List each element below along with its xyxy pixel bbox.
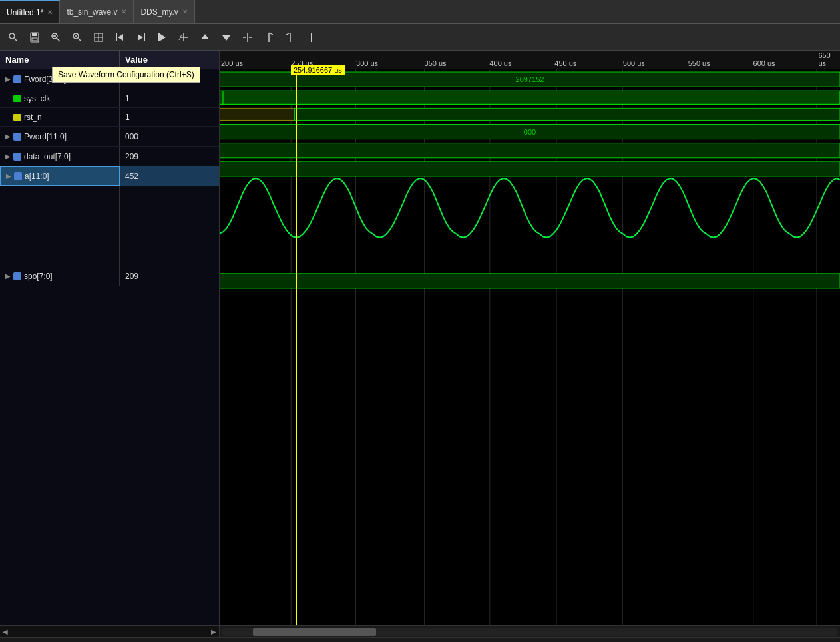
scroll-right-arrow[interactable]: ▶ [211,628,216,635]
icon-a [14,172,22,180]
signal-name-sysclk: sys_clk [0,89,120,107]
svg-marker-20 [160,34,166,41]
time-label-450: 450 us [554,59,576,67]
icon-spo [13,272,21,280]
signal-row-a[interactable]: ▶ a[11:0] 452 [0,166,219,186]
expand-a[interactable]: ▶ [6,172,11,180]
expand-spo[interactable]: ▶ [5,272,11,280]
next-button[interactable] [153,28,172,47]
signal-label-dataout: data_out[7:0] [24,152,71,161]
tab-tb-close[interactable]: ✕ [121,8,126,15]
svg-point-0 [9,33,15,39]
svg-line-1 [15,38,18,41]
time-label-650: 650 us [818,51,840,67]
signal-row-rstn[interactable]: rst_n 1 [0,108,219,127]
signal-name-spo: ▶ spo[7:0] [0,266,120,286]
svg-rect-4 [32,38,37,41]
tab-dds-label: DDS_my.v [140,7,178,17]
signal-label-a: a[11:0] [25,172,49,181]
scroll-left-panel: ◀ ▶ [0,626,220,637]
tab-tb-sin-wave[interactable]: tb_sin_wave.v ✕ [60,0,134,23]
tab-dds-my[interactable]: DDS_my.v ✕ [134,0,194,23]
cursor-button[interactable] [238,28,257,47]
add-wave-button[interactable] [174,28,193,47]
time-label-550: 550 us [688,59,710,67]
snap-button[interactable] [281,28,300,47]
svg-line-6 [57,38,61,41]
search-button[interactable] [4,28,23,47]
icon-rstn [13,114,21,121]
signal-value-pword: 000 [120,132,144,141]
svg-rect-57 [220,162,840,176]
prev-edge-button[interactable] [110,28,129,47]
expand-pword[interactable]: ▶ [5,133,11,140]
expand-dataout[interactable]: ▶ [5,153,11,160]
svg-rect-50 [294,108,840,120]
signal-row-sine-space [0,186,219,266]
scroll-left-arrow[interactable]: ◀ [3,628,8,635]
signal-value-spo: 209 [120,272,144,281]
save-button[interactable] [25,28,44,47]
signal-row-dataout[interactable]: ▶ data_out[7:0] 209 [0,147,219,166]
signal-label-pword: Pword[11:0] [24,132,67,141]
svg-marker-24 [201,34,209,39]
time-label-200: 200 us [221,59,243,67]
waveform-area[interactable]: 200 us 250 us 300 us 350 us 400 us 450 u… [220,51,840,625]
svg-marker-25 [222,35,230,41]
signal-name-a: ▶ a[11:0] [0,166,120,186]
signal-name-sine-space [0,186,120,266]
signal-row-pword[interactable]: ▶ Pword[11:0] 000 [0,127,219,147]
svg-line-30 [269,33,273,35]
signal-label-sysclk: sys_clk [24,94,50,103]
waveform-scrollbar[interactable] [222,628,837,636]
first-button[interactable] [132,28,150,47]
status-bar: CSDN @weixin_45614076 [0,637,840,642]
tab-untitled-label: Untitled 1* [7,8,43,17]
svg-text:000: 000 [524,128,536,136]
signal-row-sysclk[interactable]: sys_clk 1 [0,89,219,108]
signal-name-pword: ▶ Pword[11:0] [0,127,120,146]
svg-rect-55 [220,143,840,158]
expand-fword[interactable]: ▶ [5,75,11,83]
zoom-out-button[interactable] [68,28,87,47]
svg-rect-49 [220,108,294,120]
move-down-button[interactable] [217,28,236,47]
time-label-600: 600 us [753,59,775,67]
marker-button[interactable] [260,28,278,47]
waveform-canvas: 2097152 000 [220,69,840,625]
signal-value-a: 452 [120,172,144,181]
svg-line-32 [286,33,290,35]
tab-untitled[interactable]: Untitled 1* ✕ [0,0,60,23]
move-up-button[interactable] [196,28,214,47]
signal-value-dataout: 209 [120,152,144,161]
svg-text:2097152: 2097152 [516,75,544,83]
signal-label-rstn: rst_n [24,113,42,122]
tab-tb-label: tb_sin_wave.v [67,7,117,17]
tab-untitled-close[interactable]: ✕ [47,9,53,16]
svg-rect-59 [220,274,840,288]
scroll-area: ◀ ▶ [0,625,840,637]
tab-bar: Untitled 1* ✕ tb_sin_wave.v ✕ DDS_my.v ✕ [0,0,840,24]
time-label-350: 350 us [425,59,447,67]
time-label-300: 300 us [356,59,378,67]
signal-label-spo: spo[7:0] [24,272,53,281]
signal-name-dataout: ▶ data_out[7:0] [0,147,120,166]
main-content: Name Value ▶ Fword[31:0] 2097152 sys_clk… [0,51,840,625]
signal-value-sysclk: 1 [120,94,135,103]
svg-marker-18 [138,34,143,41]
signal-name-rstn: rst_n [0,108,120,126]
waveform-svg: 2097152 000 [220,69,840,625]
name-col-header: Name [0,51,120,69]
svg-rect-46 [220,91,840,104]
zoom-in-button[interactable] [47,28,65,47]
icon-fword [13,75,21,83]
icon-sysclk [13,95,21,102]
scrollbar-thumb[interactable] [253,628,376,636]
time-label-500: 500 us [623,59,645,67]
divider-button[interactable] [302,28,321,47]
tab-dds-close[interactable]: ✕ [182,8,188,15]
icon-dataout [13,153,21,160]
fit-button[interactable] [89,28,108,47]
svg-line-10 [79,38,82,41]
signal-row-spo[interactable]: ▶ spo[7:0] 209 [0,266,219,286]
